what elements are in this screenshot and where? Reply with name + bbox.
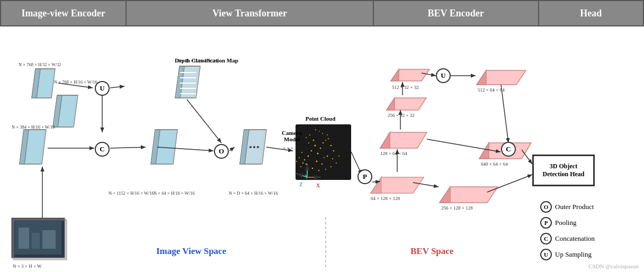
- svg-marker-4: [35, 69, 53, 98]
- svg-rect-22: [19, 228, 29, 249]
- svg-point-58: [311, 150, 312, 152]
- svg-marker-17: [24, 130, 46, 164]
- detection-head-box: 3D ObjectDetection Head: [532, 155, 595, 186]
- svg-marker-41: [156, 130, 177, 164]
- svg-marker-97: [440, 187, 450, 203]
- svg-marker-38: [151, 130, 173, 164]
- svg-point-62: [304, 159, 305, 160]
- svg-point-50: [257, 146, 259, 148]
- svg-point-49: [253, 146, 255, 148]
- svg-line-123: [487, 175, 532, 192]
- circle-P-bev: P: [357, 169, 372, 184]
- svg-marker-15: [21, 130, 43, 164]
- circle-C-bev: C: [501, 142, 516, 157]
- axis-z-label: Z: [299, 182, 303, 187]
- svg-rect-21: [15, 221, 61, 255]
- axis-y-label: Y: [305, 174, 308, 179]
- svg-point-80: [324, 157, 325, 158]
- camera-model-label: Camera Model: [273, 130, 310, 142]
- bev-64-128-label: 64 × 128 × 128: [371, 196, 400, 201]
- svg-marker-101: [479, 143, 489, 159]
- header-bev-encoder: BEV Encoder: [374, 1, 539, 25]
- svg-point-66: [299, 157, 300, 158]
- svg-point-55: [320, 148, 321, 149]
- header-image-encoder-label: Image-view Encoder: [21, 8, 105, 19]
- svg-marker-8: [53, 95, 73, 127]
- svg-rect-24: [42, 230, 56, 249]
- svg-marker-30: [180, 66, 200, 98]
- point-cloud-label: Point Cloud: [297, 115, 344, 122]
- legend-upsampling: U Up Sampling: [540, 249, 592, 260]
- header-view-transformer-label: View Transformer: [212, 8, 287, 19]
- svg-marker-42: [151, 130, 160, 164]
- svg-marker-28: [177, 66, 197, 98]
- svg-rect-23: [32, 233, 40, 249]
- svg-marker-11: [58, 95, 78, 127]
- svg-point-68: [321, 164, 323, 165]
- svg-point-75: [325, 169, 326, 170]
- svg-point-63: [330, 145, 332, 147]
- svg-point-79: [308, 142, 309, 143]
- svg-line-113: [157, 147, 213, 151]
- svg-point-65: [333, 150, 334, 151]
- main-content: U C O P U C N × 768 × H/32 × W/32 N × 76…: [0, 26, 644, 272]
- depth-map-label: Depth Classification Map: [175, 57, 238, 64]
- svg-point-71: [306, 164, 307, 165]
- svg-line-126: [422, 73, 436, 76]
- svg-point-70: [332, 158, 333, 159]
- svg-marker-31: [175, 66, 184, 98]
- svg-point-86: [322, 133, 323, 134]
- watermark: CSDN @calvinpaean: [588, 263, 639, 269]
- svg-line-122: [522, 150, 532, 164]
- header-bar: Image-view Encoder View Transformer BEV …: [0, 0, 644, 26]
- svg-point-73: [312, 168, 314, 169]
- svg-line-115: [187, 99, 221, 143]
- legend-U-circle: U: [540, 249, 552, 260]
- circle-U-bev: U: [436, 68, 451, 83]
- bev-640-64-label: 640 × 64 × 64: [481, 161, 508, 167]
- svg-marker-102: [387, 98, 426, 110]
- svg-point-57: [323, 142, 324, 143]
- circle-C-encoder: C: [95, 142, 110, 157]
- svg-point-59: [325, 140, 326, 141]
- svg-line-128: [501, 85, 508, 143]
- svg-point-88: [327, 134, 328, 135]
- svg-marker-18: [20, 130, 29, 164]
- svg-point-61: [328, 138, 329, 139]
- svg-marker-51: [240, 130, 249, 164]
- svg-marker-107: [477, 70, 486, 85]
- svg-marker-93: [371, 177, 424, 193]
- svg-point-78: [313, 140, 315, 141]
- svg-line-119: [413, 183, 439, 187]
- svg-point-67: [316, 161, 318, 162]
- svg-marker-104: [391, 69, 430, 81]
- svg-marker-3: [33, 69, 52, 98]
- svg-point-48: [249, 146, 252, 148]
- header-image-encoder: Image-view Encoder: [1, 1, 127, 25]
- svg-point-85: [319, 131, 320, 132]
- svg-marker-10: [56, 95, 76, 127]
- legend-C-label: Concatenation: [555, 234, 595, 243]
- svg-point-64: [301, 152, 302, 153]
- label-feat-final: N × D × 64 × H/16 × W/16: [229, 191, 278, 196]
- svg-marker-46: [243, 130, 265, 164]
- svg-point-81: [302, 162, 303, 164]
- label-top-feature: N × 768 × H/16 × W/16: [54, 79, 97, 85]
- header-view-transformer: View Transformer: [127, 1, 373, 25]
- bev-space-label: BEV Space: [410, 246, 453, 257]
- legend-P-circle: P: [540, 217, 552, 229]
- svg-marker-99: [380, 132, 390, 148]
- header-head: Head: [539, 1, 643, 25]
- svg-marker-103: [387, 98, 395, 110]
- bev-256-32-label: 256 × 32 × 32: [388, 113, 415, 118]
- bev-256-128-label: 256 × 128 × 128: [441, 205, 473, 211]
- svg-point-72: [300, 166, 301, 167]
- svg-marker-47: [245, 130, 266, 164]
- svg-marker-16: [23, 130, 44, 164]
- header-head-label: Head: [580, 8, 602, 19]
- svg-point-84: [315, 129, 316, 130]
- svg-point-69: [327, 156, 328, 157]
- svg-marker-5: [37, 69, 55, 98]
- legend-U-label: Up Sampling: [555, 250, 592, 259]
- svg-marker-95: [371, 177, 424, 193]
